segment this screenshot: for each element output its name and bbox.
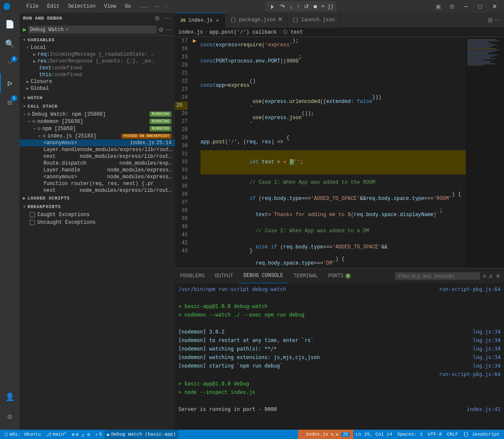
more-icon[interactable]: ⋯ bbox=[163, 14, 172, 22]
call-stack-frame-anonymous[interactable]: <anonymous> index.js 25:14 bbox=[20, 140, 175, 146]
settings-icon[interactable]: ⚙ bbox=[153, 14, 161, 22]
console-link-5[interactable]: log.js:34 bbox=[473, 353, 501, 361]
current-file-close[interactable]: ✕ bbox=[335, 431, 338, 438]
status-errors[interactable]: ⊗ 0 △ 0 bbox=[69, 430, 93, 439]
call-stack-npm[interactable]: ▾ ⚙ npm [25059] RUNNING bbox=[20, 125, 175, 132]
activity-bar-account[interactable]: 👤 bbox=[0, 387, 20, 407]
menu-file[interactable]: File bbox=[25, 3, 40, 10]
global-group[interactable]: ▶ Global bbox=[20, 85, 175, 92]
console-link-3[interactable]: log.js:34 bbox=[473, 336, 501, 344]
debug-step-out[interactable]: ↑ bbox=[295, 2, 301, 11]
tab-package-json[interactable]: {} package.json M bbox=[225, 13, 287, 28]
call-stack-nodemon[interactable]: ▾ ⚙ nodemon [25036] RUNNING bbox=[20, 118, 175, 125]
call-stack-frame-anonymous-2[interactable]: <anonymous> node_modules/express… bbox=[20, 174, 175, 180]
menu-selection[interactable]: Selection bbox=[66, 3, 97, 10]
panel-tab-problems[interactable]: PROBLEMS bbox=[175, 268, 210, 283]
panel-tab-output[interactable]: OUTPUT bbox=[210, 268, 238, 283]
console-close-icon[interactable]: ✕ bbox=[495, 273, 501, 279]
nav-forward[interactable]: → bbox=[162, 3, 169, 10]
status-spaces[interactable]: Spaces: 2 bbox=[395, 430, 425, 439]
status-ports[interactable]: ⚡ 5 bbox=[92, 430, 104, 439]
call-stack-frame-layer-handle-2[interactable]: Layer.handle node_modules/express… bbox=[20, 167, 175, 174]
debug-continue[interactable]: ⏵ bbox=[268, 2, 278, 11]
status-encoding[interactable]: UTF-8 bbox=[425, 430, 444, 439]
uncaught-exceptions-checkbox[interactable] bbox=[30, 220, 35, 225]
var-text[interactable]: text: undefined bbox=[20, 65, 175, 71]
call-stack-frame-next-2[interactable]: next node_modules/express/lib/rout… bbox=[20, 187, 175, 194]
console-link-4[interactable]: log.js:34 bbox=[473, 345, 501, 353]
caught-exceptions-checkbox[interactable] bbox=[30, 212, 35, 217]
activity-bar-extensions[interactable]: ⊞ 1 bbox=[0, 93, 20, 112]
status-branch[interactable]: ⎇ main* bbox=[43, 430, 69, 439]
call-stack-header[interactable]: ▾ CALL STACK bbox=[20, 102, 175, 111]
tab-launch-json[interactable]: {} launch.json bbox=[287, 13, 341, 28]
tab-index-js-close[interactable]: ✕ bbox=[215, 17, 220, 23]
menu-edit[interactable]: Edit bbox=[46, 3, 61, 10]
call-stack-frame-router[interactable]: function router(req, res, next) {.pr bbox=[20, 180, 175, 187]
window-close[interactable]: ✕ bbox=[489, 3, 501, 10]
closure-group[interactable]: ▶ Closure bbox=[20, 78, 175, 85]
var-res[interactable]: ▶ res: ServerResponse {_events: {…}, _ev… bbox=[20, 58, 175, 65]
activity-bar-settings[interactable]: ⚙ bbox=[0, 407, 20, 426]
debug-run-icon[interactable]: ▶ bbox=[23, 26, 26, 33]
call-stack-debug-watch[interactable]: ▾ ⚙ Debug Watch: npm [25008] RUNNING bbox=[20, 111, 175, 118]
status-ln-col[interactable]: Ln 25, Col 14 bbox=[353, 430, 395, 439]
menu-view[interactable]: View bbox=[102, 3, 118, 10]
menu-more[interactable]: ... bbox=[138, 3, 151, 10]
layout-icons[interactable]: ▣ bbox=[433, 2, 444, 11]
window-minimize[interactable]: ─ bbox=[461, 3, 472, 10]
variables-header[interactable]: ▾ VARIABLES bbox=[20, 36, 175, 44]
breadcrumb-callback[interactable]: app.post('/') callback bbox=[209, 29, 277, 35]
debug-restart[interactable]: ↺ bbox=[302, 2, 311, 11]
loaded-scripts-header[interactable]: ▶ LOADED SCRIPTS bbox=[20, 194, 175, 202]
panel-tab-debug-console[interactable]: DEBUG CONSOLE bbox=[238, 268, 289, 283]
breakpoints-header[interactable]: ▾ BREAKPOINTS bbox=[20, 202, 175, 211]
status-language[interactable]: {} JavaScript bbox=[461, 430, 502, 439]
caught-exceptions-item[interactable]: Caught Exceptions bbox=[20, 211, 175, 219]
debug-gear-icon[interactable]: ⚙ bbox=[158, 26, 164, 33]
call-stack-frame-route-dispatch[interactable]: Route.dispatch node_modules/exp… bbox=[20, 160, 175, 167]
sidebar: RUN AND DEBUG ⚙ ⋯ ▶ Debug Watch ▾ ⚙ ⋯ ▾ … bbox=[20, 13, 175, 430]
var-req[interactable]: ▶ req: IncomingMessage {_readableState: … bbox=[20, 51, 175, 58]
debug-stop[interactable]: ■ bbox=[312, 2, 318, 11]
breadcrumb-file[interactable]: index.js bbox=[178, 29, 203, 35]
watch-header[interactable]: ▾ WATCH bbox=[20, 94, 175, 102]
debug-step-over[interactable]: ↷ bbox=[278, 2, 287, 11]
window-maximize[interactable]: □ bbox=[475, 3, 485, 10]
console-link-7[interactable]: run-script-pkg.js:64 bbox=[439, 371, 501, 378]
panel-tab-ports[interactable]: PORTS 5 bbox=[323, 268, 356, 283]
menu-go[interactable]: Go bbox=[123, 3, 132, 10]
panel-tab-terminal[interactable]: TERMINAL bbox=[288, 268, 323, 283]
debug-config-select[interactable]: Debug Watch ▾ bbox=[28, 26, 157, 34]
current-file-edit-icon[interactable]: ✎ bbox=[331, 431, 334, 438]
call-stack-frame-next-1[interactable]: next node_modules/express/lib/rout… bbox=[20, 153, 175, 160]
code-editor[interactable]: 17 18 19 20 21 22 23 24 25 26 27 28 29 3… bbox=[175, 37, 504, 268]
nav-back[interactable]: ← bbox=[154, 3, 160, 10]
console-list-view-icon[interactable]: ≡ bbox=[483, 273, 486, 279]
console-link-2[interactable]: log.js:34 bbox=[473, 328, 501, 336]
debug-more-icon[interactable]: ⋯ bbox=[166, 26, 172, 33]
console-link-8[interactable]: index.js:41 bbox=[467, 405, 501, 413]
split-editor-button[interactable]: ⊞ bbox=[488, 17, 493, 23]
tab-index-js[interactable]: JS index.js ✕ bbox=[175, 13, 225, 28]
var-this[interactable]: this: undefined bbox=[20, 71, 175, 78]
console-link-6[interactable]: log.js:34 bbox=[473, 362, 501, 370]
activity-bar-explorer[interactable]: 📄 bbox=[0, 14, 20, 34]
debug-step-into[interactable]: ↓ bbox=[288, 2, 294, 11]
status-current-file[interactable]: ● index.js ✎ ✕ 25 bbox=[298, 430, 353, 439]
activity-bar-source-control[interactable]: ⑂ 4 bbox=[0, 54, 20, 73]
status-line-endings[interactable]: CRLF bbox=[444, 430, 461, 439]
uncaught-exceptions-item[interactable]: Uncaught Exceptions bbox=[20, 219, 175, 226]
call-stack-frame-layer-handle-1[interactable]: Layer.handle node_modules/express/lib/ro… bbox=[20, 146, 175, 153]
console-clear-icon[interactable]: ∧ bbox=[489, 273, 493, 279]
console-link-1[interactable]: run-script-pkg.js:64 bbox=[439, 285, 501, 293]
local-group[interactable]: ▾ Local bbox=[20, 44, 175, 51]
status-wsl[interactable]: ⬡ WSL: Ubuntu bbox=[2, 430, 43, 439]
status-debug-watch[interactable]: ▶ Debug Watch (basic-app) bbox=[105, 430, 178, 439]
activity-bar-search[interactable]: 🔍 bbox=[0, 34, 20, 54]
call-stack-indexjs[interactable]: ▾ ⚙ index.js [25183] PAUSED ON BREAKPOIN… bbox=[20, 132, 175, 140]
more-tabs-button[interactable]: ⋯ bbox=[495, 17, 501, 23]
activity-bar-run[interactable]: ▷ bbox=[0, 73, 20, 93]
split-editor[interactable]: ⊞ bbox=[447, 2, 457, 11]
console-filter-input[interactable] bbox=[395, 272, 480, 280]
